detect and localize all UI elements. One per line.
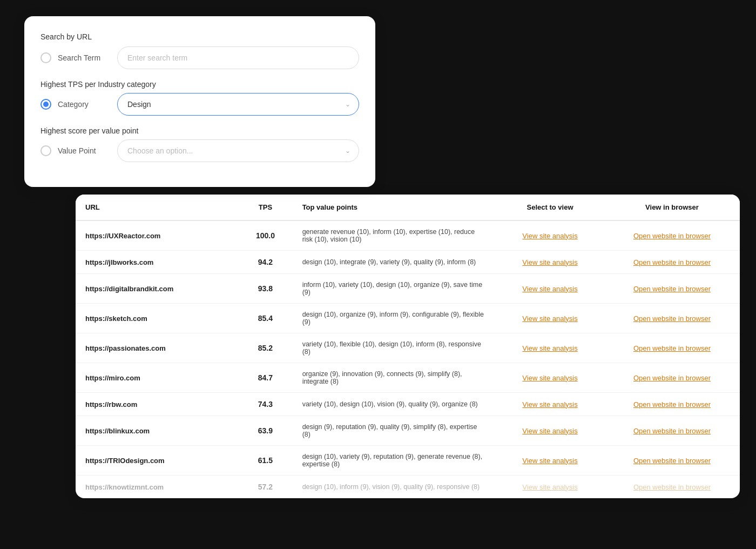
- cell-select-8[interactable]: View site analysis: [496, 446, 604, 476]
- cell-select-3[interactable]: View site analysis: [496, 304, 604, 333]
- results-table: URL TPS Top value points Select to view …: [76, 195, 740, 498]
- open-website-link-6[interactable]: Open website in browser: [633, 400, 711, 409]
- view-site-analysis-link-2[interactable]: View site analysis: [522, 285, 577, 293]
- open-website-link-3[interactable]: Open website in browser: [633, 314, 711, 323]
- cell-select-2[interactable]: View site analysis: [496, 274, 604, 304]
- cell-view-6[interactable]: Open website in browser: [604, 393, 740, 416]
- header-tps: TPS: [238, 195, 292, 220]
- cell-url-6: https://rbw.com: [76, 393, 238, 416]
- view-site-analysis-link-6[interactable]: View site analysis: [522, 400, 577, 409]
- header-view: View in browser: [604, 195, 740, 220]
- table-row: https://sketch.com 85.4 design (10), org…: [76, 304, 740, 333]
- cell-tps-3: 85.4: [238, 304, 292, 333]
- cell-select-6[interactable]: View site analysis: [496, 393, 604, 416]
- cell-value-points-2: inform (10), variety (10), design (10), …: [293, 274, 496, 304]
- category-section-title: Highest TPS per Industry category: [40, 80, 359, 89]
- open-website-link-2[interactable]: Open website in browser: [633, 285, 711, 293]
- header-select: Select to view: [496, 195, 604, 220]
- header-top-value: Top value points: [293, 195, 496, 220]
- cell-url-9: https://knowtizmnt.com: [76, 476, 238, 499]
- cell-view-8[interactable]: Open website in browser: [604, 446, 740, 476]
- cell-value-points-0: generate revenue (10), inform (10), expe…: [293, 220, 496, 251]
- value-point-label: Value Point: [58, 146, 117, 155]
- category-label: Category: [58, 100, 117, 109]
- cell-select-4[interactable]: View site analysis: [496, 333, 604, 363]
- view-site-analysis-link-9[interactable]: View site analysis: [522, 483, 577, 491]
- table-row: https://passionates.com 85.2 variety (10…: [76, 333, 740, 363]
- cell-view-9[interactable]: Open website in browser: [604, 476, 740, 499]
- search-input[interactable]: [117, 46, 359, 69]
- search-by-url-title: Search by URL: [40, 32, 359, 41]
- open-website-link-4[interactable]: Open website in browser: [633, 344, 711, 352]
- search-term-row: Search Term: [40, 46, 359, 69]
- open-website-link-7[interactable]: Open website in browser: [633, 427, 711, 435]
- search-term-label: Search Term: [58, 53, 117, 62]
- cell-view-0[interactable]: Open website in browser: [604, 220, 740, 251]
- cell-tps-2: 93.8: [238, 274, 292, 304]
- view-site-analysis-link-4[interactable]: View site analysis: [522, 344, 577, 352]
- search-panel: Search by URL Search Term Highest TPS pe…: [24, 16, 375, 187]
- cell-url-5: https://miro.com: [76, 363, 238, 393]
- cell-url-8: https://TRIOdesign.com: [76, 446, 238, 476]
- cell-tps-7: 63.9: [238, 416, 292, 446]
- cell-value-points-8: design (10), variety (9), reputation (9)…: [293, 446, 496, 476]
- cell-value-points-1: design (10), integrate (9), variety (9),…: [293, 251, 496, 274]
- table-header-row: URL TPS Top value points Select to view …: [76, 195, 740, 220]
- cell-tps-0: 100.0: [238, 220, 292, 251]
- results-panel: URL TPS Top value points Select to view …: [76, 195, 740, 498]
- cell-value-points-5: organize (9), innovation (9), connects (…: [293, 363, 496, 393]
- cell-select-9[interactable]: View site analysis: [496, 476, 604, 499]
- category-select[interactable]: Design Technology Marketing Finance: [117, 93, 359, 116]
- value-point-select[interactable]: Choose an option... Design Inform Organi…: [117, 139, 359, 162]
- cell-tps-8: 61.5: [238, 446, 292, 476]
- view-site-analysis-link-1[interactable]: View site analysis: [522, 258, 577, 266]
- view-site-analysis-link-7[interactable]: View site analysis: [522, 427, 577, 435]
- cell-url-7: https://blinkux.com: [76, 416, 238, 446]
- cell-value-points-4: variety (10), flexible (10), design (10)…: [293, 333, 496, 363]
- view-site-analysis-link-8[interactable]: View site analysis: [522, 457, 577, 465]
- value-point-row: Value Point Choose an option... Design I…: [40, 139, 359, 162]
- table-row: https://knowtizmnt.com 57.2 design (10),…: [76, 476, 740, 499]
- table-row: https://blinkux.com 63.9 design (9), rep…: [76, 416, 740, 446]
- cell-url-4: https://passionates.com: [76, 333, 238, 363]
- cell-select-5[interactable]: View site analysis: [496, 363, 604, 393]
- cell-tps-9: 57.2: [238, 476, 292, 499]
- open-website-link-9[interactable]: Open website in browser: [633, 483, 711, 491]
- cell-url-2: https://digitalbrandkit.com: [76, 274, 238, 304]
- view-site-analysis-link-0[interactable]: View site analysis: [522, 232, 577, 240]
- cell-view-5[interactable]: Open website in browser: [604, 363, 740, 393]
- cell-tps-4: 85.2: [238, 333, 292, 363]
- open-website-link-0[interactable]: Open website in browser: [633, 232, 711, 240]
- cell-value-points-7: design (9), reputation (9), quality (9),…: [293, 416, 496, 446]
- table-row: https://miro.com 84.7 organize (9), inno…: [76, 363, 740, 393]
- table-row: https://TRIOdesign.com 61.5 design (10),…: [76, 446, 740, 476]
- cell-select-7[interactable]: View site analysis: [496, 416, 604, 446]
- value-section-title: Highest score per value point: [40, 126, 359, 135]
- cell-view-2[interactable]: Open website in browser: [604, 274, 740, 304]
- open-website-link-1[interactable]: Open website in browser: [633, 258, 711, 266]
- open-website-link-8[interactable]: Open website in browser: [633, 457, 711, 465]
- cell-view-4[interactable]: Open website in browser: [604, 333, 740, 363]
- cell-tps-1: 94.2: [238, 251, 292, 274]
- table-row: https://UXReactor.com 100.0 generate rev…: [76, 220, 740, 251]
- table-row: https://rbw.com 74.3 variety (10), desig…: [76, 393, 740, 416]
- cell-view-3[interactable]: Open website in browser: [604, 304, 740, 333]
- category-row: Category Design Technology Marketing Fin…: [40, 93, 359, 116]
- view-site-analysis-link-3[interactable]: View site analysis: [522, 314, 577, 323]
- cell-tps-5: 84.7: [238, 363, 292, 393]
- cell-select-1[interactable]: View site analysis: [496, 251, 604, 274]
- search-term-radio[interactable]: [40, 52, 51, 63]
- cell-url-1: https://jlbworks.com: [76, 251, 238, 274]
- cell-value-points-6: variety (10), design (10), vision (9), q…: [293, 393, 496, 416]
- value-point-radio[interactable]: [40, 145, 51, 156]
- cell-select-0[interactable]: View site analysis: [496, 220, 604, 251]
- view-site-analysis-link-5[interactable]: View site analysis: [522, 374, 577, 382]
- cell-tps-6: 74.3: [238, 393, 292, 416]
- table-row: https://jlbworks.com 94.2 design (10), i…: [76, 251, 740, 274]
- open-website-link-5[interactable]: Open website in browser: [633, 374, 711, 382]
- cell-view-7[interactable]: Open website in browser: [604, 416, 740, 446]
- cell-view-1[interactable]: Open website in browser: [604, 251, 740, 274]
- cell-value-points-3: design (10), organize (9), inform (9), c…: [293, 304, 496, 333]
- category-radio[interactable]: [40, 99, 51, 110]
- cell-value-points-9: design (10), inform (9), vision (9), qua…: [293, 476, 496, 499]
